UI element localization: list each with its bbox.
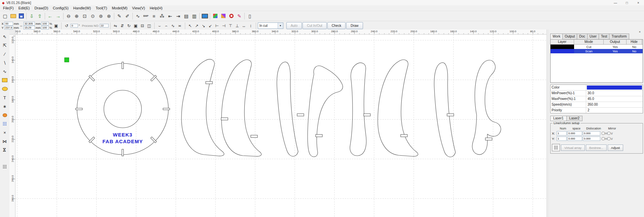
mirror-vertical-tool-icon[interactable]: ⋈ [1,146,8,154]
disc-notch[interactable] [151,75,157,81]
grid-array-icon[interactable] [1,163,8,170]
laser-position-icon[interactable] [227,12,235,20]
blade-tab-slot[interactable] [221,118,228,120]
zoom-selection-icon[interactable]: ⊚ [97,12,105,20]
text-tool-icon[interactable]: T [1,94,8,101]
rotate-input[interactable] [71,24,78,28]
menu-item-file[interactable]: File(F) [1,5,16,11]
print-icon[interactable]: ▤ [182,12,190,20]
align-v-center-icon[interactable]: ↕ [247,22,254,29]
weld-icon[interactable]: ◫ [146,22,153,29]
mirror-horizontal-tool-icon[interactable]: ⋈ [1,138,8,145]
menu-item-help[interactable]: Help(H) [147,5,165,11]
node-tree-icon[interactable]: ⁂ [158,12,166,20]
tab-work[interactable]: Work [550,34,563,40]
blade-tab-slot[interactable] [364,114,370,116]
array-tool-icon[interactable] [1,120,8,127]
disc-notch[interactable] [151,137,157,143]
blade-tab-slot[interactable] [297,114,304,116]
blade-tab-slot[interactable] [447,114,454,116]
menu-item-edit[interactable]: Edit(E) [16,5,32,11]
panel-close-icon[interactable]: × [637,30,643,34]
blade-tab-slot[interactable] [485,138,492,140]
mirror-v-checkbox[interactable] [607,137,610,140]
align-bottom-right-icon[interactable]: ↘ [200,22,207,29]
break-curve-icon[interactable]: ⌢ [163,22,170,29]
tab-user[interactable]: User [587,34,599,40]
offset-pen-icon[interactable]: ✐ [123,12,131,20]
minimize-button[interactable]: — [610,0,621,5]
align-bottom-left-icon[interactable]: ↙ [207,22,214,29]
polyline-tool-icon[interactable]: ∖ [1,59,8,66]
space-input[interactable] [567,131,582,135]
blade-shape-3[interactable] [277,62,298,156]
disc-notch[interactable] [122,149,124,156]
star-tool-icon[interactable]: ∗ [1,103,8,110]
maximize-button[interactable]: □ [621,0,633,5]
delete-tool-icon[interactable]: × [1,129,8,136]
align-top-left-icon[interactable]: ↖ [187,22,194,29]
drawing-objects[interactable]: WEEK3FAB ACADEMY [76,59,501,157]
menu-item-model[interactable]: Model(M) [110,5,130,11]
tab-output[interactable]: Output [562,34,577,40]
num-input[interactable] [557,137,567,141]
zoom-extents-icon[interactable]: ⊙ [89,12,97,20]
align-h-center-icon[interactable]: ↔ [241,22,247,29]
blade-shape-5[interactable] [350,63,366,156]
mirror-v-checkbox[interactable] [607,132,610,135]
height-input[interactable] [24,26,35,30]
import-icon[interactable]: ⇩ [28,12,36,20]
open-file-icon[interactable] [9,12,17,20]
close-curve-icon[interactable]: ⌣ [156,22,163,29]
blade-tab-slot[interactable] [251,135,257,138]
flip-horizontal-icon[interactable]: ⇋ [112,22,119,29]
undo-icon[interactable]: ← [46,12,54,20]
engrave-text-line2[interactable]: FAB ACADEMY [103,139,143,144]
layer-row[interactable]: ScanYesNo [551,49,643,53]
save-file-icon[interactable] [17,12,25,20]
fill-gray-icon[interactable]: ■ [150,12,158,20]
layer-color-swatch[interactable] [551,45,574,49]
tab-laser2[interactable]: Laser2 [566,116,583,121]
align-bottom-icon[interactable]: ⊥ [234,22,241,29]
draw-button[interactable]: Draw [346,22,363,29]
disc-notch[interactable] [163,108,170,110]
disc-center-hole[interactable] [104,90,142,128]
simulate-icon[interactable] [211,12,219,20]
check-button[interactable]: Check [327,22,346,29]
layer-row[interactable]: CutYesNo [551,45,643,49]
join-curve-icon[interactable]: ≍ [176,22,183,29]
node-edit-tool-icon[interactable]: ⇱ [1,42,8,49]
rotate-icon[interactable]: ↺ [63,22,70,29]
mirror-h-checkbox[interactable] [602,137,605,140]
x-position-input[interactable] [4,22,13,25]
disc-notch[interactable] [89,137,95,143]
blade-shape-4[interactable] [308,66,343,157]
adjust-button[interactable]: Adjust [608,145,623,151]
scale-y-input[interactable] [41,26,49,30]
color-pick-pen-icon[interactable]: ✎ [235,12,243,20]
align-top-right-icon[interactable]: ↗ [194,22,200,29]
blade-tab-slot[interactable] [316,134,322,137]
new-file-icon[interactable]: ▢ [1,12,9,20]
curve-auto-icon[interactable]: ∿ [134,12,142,20]
bezier-tool-icon[interactable]: ∿ [1,68,8,75]
blade-tab-slot[interactable] [401,134,407,137]
color-swatch[interactable] [587,86,642,90]
tab-laser1[interactable]: Laser1 [550,116,567,121]
cut-property-pen-icon[interactable]: ✎ [115,12,123,20]
close-button[interactable]: × [633,0,644,5]
tab-test[interactable]: Test [599,34,609,40]
data-check-icon[interactable]: ▥ [190,12,198,20]
pan-view-icon[interactable]: ⊛ [105,12,113,20]
rectangle-tool-icon[interactable] [1,76,8,84]
canvas[interactable]: WEEK3FAB ACADEMY [15,35,547,217]
blade-shape-6[interactable] [378,60,418,156]
blade-tab-slot[interactable] [206,82,212,84]
measure-ruler-icon[interactable]: ▯ [246,12,254,20]
line-tool-icon[interactable]: ∕ [1,50,8,58]
align-top-icon[interactable]: ⊤ [227,22,234,29]
engrave-text-line1[interactable]: WEEK3 [113,132,132,138]
ellipse-tool-icon[interactable] [1,85,8,93]
blade-shape-7[interactable] [434,63,455,157]
